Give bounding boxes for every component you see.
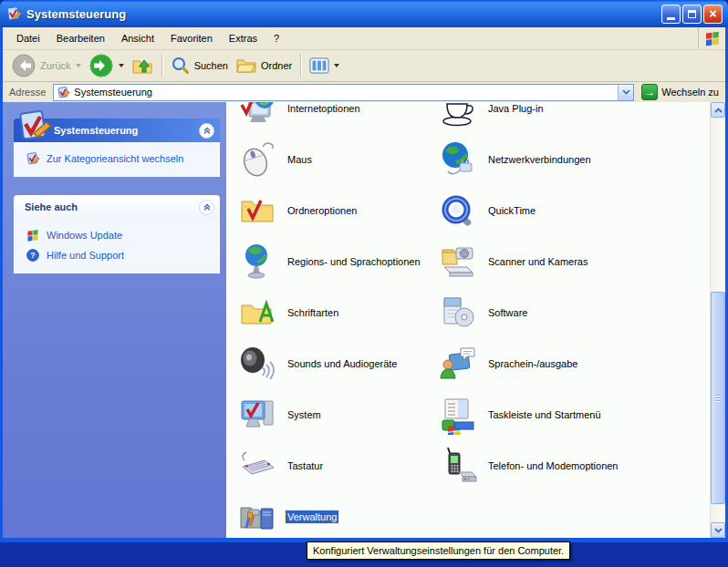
item-verwaltung[interactable]: Verwaltung	[237, 497, 338, 537]
views-dropdown-icon[interactable]	[334, 64, 339, 67]
search-icon	[171, 56, 191, 76]
help-support-link[interactable]: ? Hilfe und Support	[26, 245, 213, 265]
go-arrow-icon: →	[641, 84, 658, 100]
mouse-icon	[237, 139, 277, 180]
control-panel-panel: Systemsteuerung Zur Kategorieansicht wec…	[14, 119, 220, 177]
item-java-plugin[interactable]: Java Plug-in	[438, 102, 546, 129]
up-folder-icon	[131, 55, 153, 77]
sounds-audio-icon	[237, 344, 277, 384]
phone-modem-icon	[438, 446, 478, 486]
quicktime-icon	[438, 191, 478, 231]
control-panel-icon	[16, 108, 52, 144]
item-sounds[interactable]: Sounds und Audiogeräte	[237, 344, 400, 384]
menu-bearbeiten[interactable]: Bearbeiten	[48, 29, 113, 47]
link-label: Zur Kategorieansicht wechseln	[47, 153, 183, 164]
tooltip: Konfiguriert Verwaltungseinstellungen fü…	[307, 541, 570, 560]
minimize-button[interactable]	[661, 5, 681, 24]
close-icon: ×	[709, 7, 716, 20]
control-panel-item-list: Internetoptionen Maus	[226, 102, 710, 538]
panel-title: Systemsteuerung	[54, 125, 138, 136]
collapse-chevron-icon[interactable]	[199, 123, 214, 139]
menu-extras[interactable]: Extras	[221, 29, 265, 47]
folders-button[interactable]: Ordner	[232, 54, 296, 77]
folder-options-icon	[237, 191, 277, 231]
item-tastatur[interactable]: Tastatur	[237, 446, 325, 486]
software-icon	[438, 293, 478, 333]
go-button[interactable]: → Wechseln zu	[637, 84, 723, 100]
scrollbar-track[interactable]	[711, 118, 725, 522]
task-pane: Systemsteuerung Zur Kategorieansicht wec…	[3, 102, 226, 538]
windows-update-link[interactable]: Windows Update	[26, 225, 213, 245]
scrollbar-thumb[interactable]	[711, 292, 725, 504]
menu-hilfe[interactable]: ?	[265, 29, 287, 47]
item-system[interactable]: System	[237, 395, 323, 435]
menu-datei[interactable]: Datei	[8, 29, 48, 47]
system-icon	[237, 395, 277, 435]
address-label: Adresse	[5, 87, 50, 98]
item-maus[interactable]: Maus	[237, 139, 314, 180]
explorer-window: Systemsteuerung × Datei Bearbeiten Ansic…	[0, 0, 728, 542]
keyboard-icon	[237, 446, 277, 486]
region-language-icon	[237, 242, 277, 282]
item-taskleiste-startmenu[interactable]: Taskleiste und Startmenü	[438, 395, 603, 435]
up-button[interactable]	[128, 53, 157, 78]
link-label: Windows Update	[47, 230, 122, 241]
go-label: Wechseln zu	[661, 87, 719, 98]
title-bar[interactable]: Systemsteuerung ×	[0, 0, 728, 27]
item-schriftarten[interactable]: Schriftarten	[237, 293, 340, 333]
network-icon	[438, 139, 478, 180]
panel-header-systemsteuerung[interactable]: Systemsteuerung	[14, 119, 220, 142]
scroll-down-button[interactable]	[711, 522, 725, 538]
forward-icon	[88, 53, 114, 78]
item-ordneroptionen[interactable]: Ordneroptionen	[237, 191, 359, 231]
scroll-up-button[interactable]	[711, 102, 725, 118]
panel-title: Siehe auch	[25, 201, 78, 212]
control-panel-icon	[26, 151, 40, 166]
item-internetoptionen[interactable]: Internetoptionen	[237, 102, 362, 129]
item-quicktime[interactable]: QuickTime	[438, 191, 537, 231]
scanner-camera-icon	[438, 242, 478, 282]
forward-button[interactable]	[85, 51, 128, 80]
windows-logo-icon	[26, 228, 40, 242]
panel-header-siehe-auch[interactable]: Siehe auch	[14, 195, 220, 219]
item-software[interactable]: Software	[438, 293, 529, 333]
window-title: Systemsteuerung	[26, 7, 661, 21]
speech-icon	[438, 344, 478, 384]
address-combo[interactable]: Systemsteuerung	[53, 84, 634, 101]
toolbar-separator	[300, 54, 301, 77]
back-dropdown-icon[interactable]	[76, 64, 81, 67]
back-icon	[11, 53, 36, 78]
back-button[interactable]: Zurück	[7, 51, 85, 80]
folder-icon	[235, 56, 257, 76]
item-sprachein-ausgabe[interactable]: Sprachein-/ausgabe	[438, 344, 579, 384]
item-scanner-kameras[interactable]: Scanner und Kameras	[438, 242, 589, 282]
search-button[interactable]: Suchen	[167, 54, 232, 77]
item-regionsoptionen[interactable]: Regions- und Sprachoptionen	[237, 242, 422, 282]
menu-ansicht[interactable]: Ansicht	[113, 29, 162, 47]
menu-favoriten[interactable]: Favoriten	[162, 29, 221, 47]
item-telefon-modemoptionen[interactable]: Telefon- und Modemoptionen	[438, 446, 619, 486]
admin-tools-icon	[237, 497, 277, 537]
vertical-scrollbar[interactable]	[710, 102, 725, 538]
scrollbar-grip	[715, 395, 721, 403]
switch-to-category-view-link[interactable]: Zur Kategorieansicht wechseln	[26, 149, 213, 169]
search-label: Suchen	[194, 60, 228, 71]
forward-dropdown-icon[interactable]	[119, 64, 124, 67]
java-icon	[438, 102, 478, 129]
link-label: Hilfe und Support	[47, 250, 124, 261]
views-button[interactable]	[306, 55, 343, 77]
close-button[interactable]: ×	[703, 5, 723, 24]
item-netzwerkverbindungen[interactable]: Netzwerkverbindungen	[438, 139, 593, 180]
chevron-down-icon	[714, 528, 723, 533]
chevron-up-icon	[714, 108, 723, 113]
maximize-button[interactable]	[682, 5, 702, 24]
control-panel-icon	[57, 86, 70, 99]
address-bar: Adresse Systemsteuerung → Wechseln zu	[3, 82, 725, 102]
toolbar-separator	[161, 54, 162, 77]
address-dropdown-button[interactable]	[618, 85, 633, 100]
maximize-icon	[688, 10, 696, 18]
internet-options-icon	[237, 102, 277, 129]
help-icon: ?	[26, 248, 40, 263]
collapse-chevron-icon[interactable]	[199, 200, 214, 215]
address-value: Systemsteuerung	[74, 87, 152, 98]
